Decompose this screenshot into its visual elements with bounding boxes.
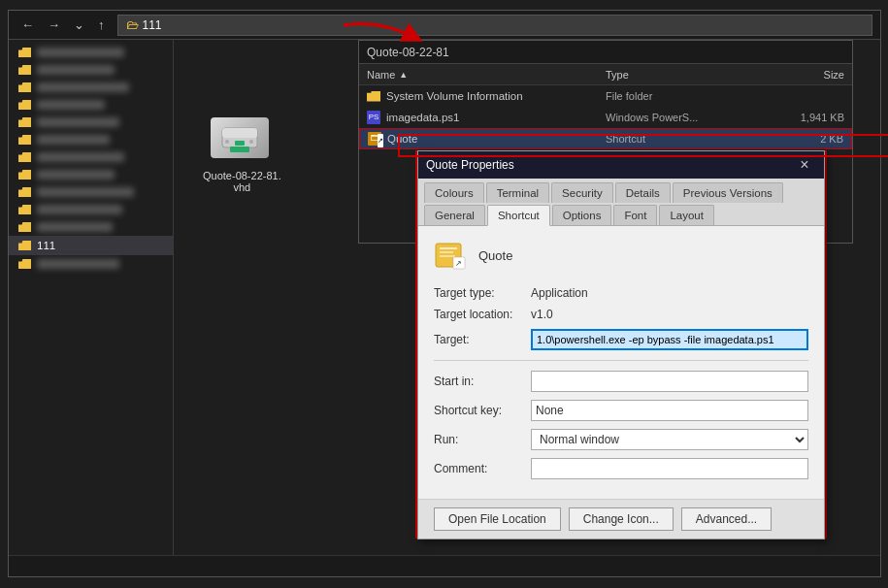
start-in-label: Start in: bbox=[434, 375, 531, 388]
shortcut-key-row: Shortcut key: bbox=[434, 400, 808, 421]
dialog-close-button[interactable]: × bbox=[793, 153, 816, 177]
svg-rect-8 bbox=[440, 255, 455, 257]
start-in-row: Start in: bbox=[434, 371, 808, 392]
svg-rect-7 bbox=[440, 251, 453, 253]
target-location-value: v1.0 bbox=[531, 308, 553, 321]
shortcut-icon-dialog: ↗ bbox=[434, 238, 469, 273]
dialog-icon-label: Quote bbox=[478, 248, 512, 263]
tab-shortcut[interactable]: Shortcut bbox=[487, 205, 550, 226]
comment-row: Comment: bbox=[434, 458, 808, 479]
comment-input[interactable] bbox=[531, 458, 808, 479]
shortcut-key-label: Shortcut key: bbox=[434, 404, 531, 417]
dialog-overlay: Quote Properties × Colours Terminal Secu… bbox=[0, 0, 888, 588]
dialog-footer: Open File Location Change Icon... Advanc… bbox=[418, 499, 824, 539]
target-type-row: Target type: Application bbox=[434, 286, 808, 300]
quote-properties-dialog: Quote Properties × Colours Terminal Secu… bbox=[417, 150, 825, 539]
tab-colours[interactable]: Colours bbox=[424, 182, 484, 203]
advanced-button[interactable]: Advanced... bbox=[681, 507, 772, 531]
tab-font[interactable]: Font bbox=[613, 205, 657, 225]
tab-previous-versions[interactable]: Previous Versions bbox=[673, 182, 783, 203]
comment-label: Comment: bbox=[434, 462, 531, 475]
target-row: Target: bbox=[434, 329, 808, 350]
open-file-location-button[interactable]: Open File Location bbox=[434, 507, 561, 531]
svg-text:↗: ↗ bbox=[455, 259, 462, 268]
dialog-content: ↗ Quote Target type: Application Target … bbox=[418, 226, 824, 499]
target-location-row: Target location: v1.0 bbox=[434, 308, 808, 321]
shortcut-key-input[interactable] bbox=[531, 400, 808, 421]
start-in-input[interactable] bbox=[531, 371, 808, 392]
tab-options[interactable]: Options bbox=[552, 205, 612, 225]
tab-general[interactable]: General bbox=[424, 205, 485, 225]
run-select[interactable]: Normal window Minimized Maximized bbox=[531, 429, 808, 450]
target-type-label: Target type: bbox=[434, 286, 531, 300]
tab-details[interactable]: Details bbox=[615, 182, 671, 203]
shortcut-icon-svg: ↗ bbox=[434, 238, 469, 273]
target-location-label: Target location: bbox=[434, 308, 531, 321]
target-label: Target: bbox=[434, 333, 531, 346]
tab-security[interactable]: Security bbox=[551, 182, 613, 203]
change-icon-button[interactable]: Change Icon... bbox=[569, 507, 674, 531]
run-row: Run: Normal window Minimized Maximized bbox=[434, 429, 808, 450]
run-label: Run: bbox=[434, 433, 531, 446]
separator bbox=[434, 360, 808, 361]
svg-rect-6 bbox=[440, 247, 457, 249]
target-input[interactable] bbox=[531, 329, 808, 350]
dialog-icon-row: ↗ Quote bbox=[434, 238, 808, 273]
dialog-title: Quote Properties bbox=[426, 158, 514, 172]
target-type-value: Application bbox=[531, 286, 588, 300]
dialog-titlebar: Quote Properties × bbox=[418, 151, 824, 179]
dialog-tabs: Colours Terminal Security Details Previo… bbox=[418, 179, 824, 226]
tab-terminal[interactable]: Terminal bbox=[486, 182, 549, 203]
tab-layout[interactable]: Layout bbox=[659, 205, 714, 225]
run-select-wrapper: Normal window Minimized Maximized bbox=[531, 429, 808, 450]
